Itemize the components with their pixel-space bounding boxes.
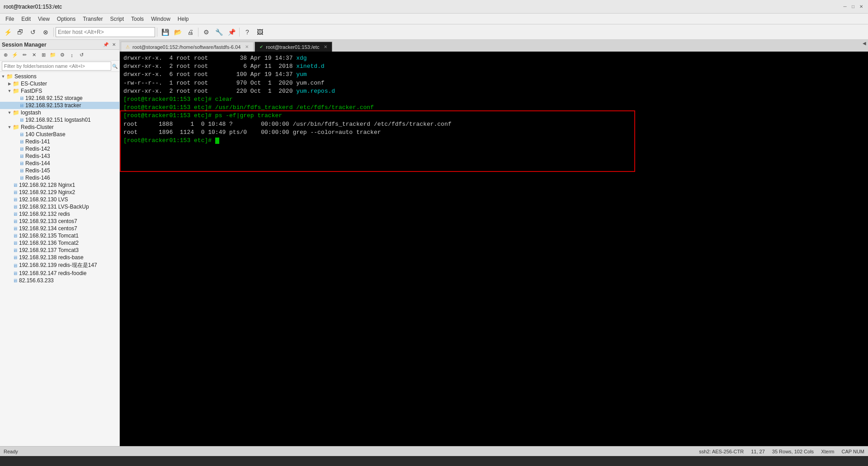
sidebar-settings-btn[interactable]: ⚙ bbox=[58, 51, 67, 60]
tree-item-redis144[interactable]: 🖥Redis-144 bbox=[0, 160, 119, 167]
sidebar-edit-btn[interactable]: ✏ bbox=[20, 51, 29, 60]
tree-label-ip233: 82.156.63.233 bbox=[19, 277, 54, 284]
tree-item-tomcat1[interactable]: 🖥192.168.92.135 Tomcat1 bbox=[0, 232, 119, 239]
tree-item-sessions[interactable]: ▼📁Sessions bbox=[0, 73, 119, 80]
sidebar-delete-btn[interactable]: ✕ bbox=[29, 51, 38, 60]
tree-item-redis142[interactable]: 🖥Redis-142 bbox=[0, 145, 119, 152]
tree-item-redis139[interactable]: 🖥192.168.92.139 redis-现在是147 bbox=[0, 261, 119, 270]
filter-input[interactable] bbox=[2, 62, 111, 71]
tree-item-tomcat2[interactable]: 🖥192.168.92.136 Tomcat2 bbox=[0, 239, 119, 247]
tree-item-redis[interactable]: 🖥192.168.92.132 redis bbox=[0, 210, 119, 218]
tree-icon-server: 🖥 bbox=[13, 204, 18, 209]
tab-label-tab2: root@tracker01:153:/etc bbox=[266, 44, 319, 50]
tab-label-tab1: root@storage01:152:/home/software/fastdf… bbox=[132, 44, 241, 50]
toolbar-btn-5[interactable]: 🖨 bbox=[184, 26, 196, 38]
tree-item-clusterbase[interactable]: 🖥140 ClusterBase bbox=[0, 131, 119, 138]
tree-item-redis143[interactable]: 🖥Redis-143 bbox=[0, 152, 119, 160]
statusbar-left: Ready bbox=[4, 449, 18, 454]
tree-item-tomcat3[interactable]: 🖥192.168.92.137 Tomcat3 bbox=[0, 247, 119, 254]
tree-item-redisfoodie[interactable]: 🖥192.168.92.147 redis-foodie bbox=[0, 270, 119, 277]
pin-button[interactable]: 📌 bbox=[226, 26, 237, 38]
tree-item-lvs[interactable]: 🖥192.168.92.130 LVS bbox=[0, 196, 119, 203]
sidebar-refresh-btn[interactable]: ↺ bbox=[77, 51, 86, 60]
toolbar-separator-3 bbox=[198, 28, 198, 37]
tree-item-lvsbackup[interactable]: 🖥192.168.92.131 LVS-BackUp bbox=[0, 203, 119, 210]
tab-tab2[interactable]: ✔root@tracker01:153:/etc✕ bbox=[255, 42, 332, 52]
tabs-scroll-right[interactable]: ◀ bbox=[863, 41, 866, 46]
tab-close-tab2[interactable]: ✕ bbox=[324, 44, 327, 49]
sidebar-folder-btn[interactable]: 📁 bbox=[48, 51, 57, 60]
terminal[interactable]: drwxr-xr-x. 4 root root 38 Apr 19 14:37 … bbox=[120, 52, 868, 446]
tree-expander[interactable]: ▼ bbox=[6, 110, 13, 115]
tree-expander[interactable]: ▼ bbox=[0, 74, 6, 79]
status-text: Ready bbox=[4, 449, 18, 454]
tree-expander[interactable]: ▶ bbox=[6, 81, 13, 86]
host-input[interactable] bbox=[56, 27, 155, 37]
terminal-line-8: root 1888 1 0 10:48 ? 00:00:00 /usr/bin/… bbox=[123, 120, 864, 128]
tree-item-centos133[interactable]: 🖥192.168.92.133 centos7 bbox=[0, 218, 119, 225]
tree-icon-folder: 📁 bbox=[13, 81, 19, 87]
tree-icon-server: 🖥 bbox=[13, 263, 18, 268]
tree-icon-server: 🖥 bbox=[13, 226, 18, 231]
tree-expander[interactable]: ▼ bbox=[6, 89, 13, 93]
minimize-button[interactable]: ─ bbox=[842, 4, 848, 10]
terminal-dimensions: 35 Rows, 102 Cols bbox=[772, 449, 814, 454]
tree-icon-server: 🖥 bbox=[13, 182, 18, 188]
terminal-line-3: -rw-r--r--. 1 root root 970 Oct 1 2020 y… bbox=[123, 79, 864, 87]
tree-item-storage[interactable]: 🖥192.168.92.152 storage bbox=[0, 95, 119, 102]
tree-label-storage: 192.168.92.152 storage bbox=[25, 95, 83, 101]
sidebar-copy-btn[interactable]: ⊞ bbox=[39, 51, 48, 60]
tree-item-tracker[interactable]: 🖥192.168.92.153 tracker bbox=[0, 102, 119, 109]
terminal-cursor bbox=[215, 138, 219, 144]
about-button[interactable]: 🖼 bbox=[254, 26, 266, 38]
tree-item-logstash[interactable]: ▼📁logstash bbox=[0, 109, 119, 116]
menu-transfer[interactable]: Transfer bbox=[79, 15, 106, 23]
tree-item-redisbase[interactable]: 🖥192.168.92.138 redis-base bbox=[0, 254, 119, 261]
tab-tab1[interactable]: ⚠root@storage01:152:/home/software/fastd… bbox=[121, 42, 254, 52]
tree-item-logstash01[interactable]: 🖥192.168.92.151 logstash01 bbox=[0, 116, 119, 124]
menu-view[interactable]: View bbox=[34, 15, 53, 23]
tree-item-ip233[interactable]: 🖥82.156.63.233 bbox=[0, 277, 119, 284]
menu-tools[interactable]: Tools bbox=[127, 15, 147, 23]
toolbar-btn-3[interactable]: 💾 bbox=[159, 26, 171, 38]
menu-script[interactable]: Script bbox=[106, 15, 127, 23]
new-session-button[interactable]: ⚡ bbox=[2, 26, 14, 38]
sidebar-connect-btn[interactable]: ⚡ bbox=[10, 51, 19, 60]
tree-item-centos134[interactable]: 🖥192.168.92.134 centos7 bbox=[0, 225, 119, 232]
menu-file[interactable]: File bbox=[2, 15, 18, 23]
toolbar-btn-4[interactable]: 📂 bbox=[172, 26, 184, 38]
reconnect-button[interactable]: ↺ bbox=[27, 26, 39, 38]
tab-close-tab1[interactable]: ✕ bbox=[245, 44, 249, 49]
terminal-line-6: [root@tracker01:153 etc]# /usr/bin/fdfs_… bbox=[123, 104, 864, 112]
sidebar-sort-btn[interactable]: ↕ bbox=[67, 51, 76, 60]
tree-item-redis146[interactable]: 🖥Redis-146 bbox=[0, 174, 119, 181]
tree-item-fastdfs[interactable]: ▼📁FastDFS bbox=[0, 87, 119, 95]
sidebar-close-icon[interactable]: ✕ bbox=[110, 41, 118, 48]
maximize-button[interactable]: □ bbox=[850, 4, 856, 10]
menu-window[interactable]: Window bbox=[147, 15, 174, 23]
menu-help[interactable]: Help bbox=[174, 15, 193, 23]
close-button[interactable]: ✕ bbox=[858, 4, 864, 10]
filter-search-icon[interactable]: 🔍 bbox=[112, 64, 118, 69]
tree-label-lvs: 192.168.92.130 LVS bbox=[19, 196, 68, 203]
tree-item-redis141[interactable]: 🖥Redis-141 bbox=[0, 138, 119, 145]
tree-item-es-cluster[interactable]: ▶📁ES-Cluster bbox=[0, 80, 119, 87]
disconnect-button[interactable]: ⊗ bbox=[40, 26, 52, 38]
settings-button[interactable]: ⚙ bbox=[200, 26, 212, 38]
tree-item-redis-cluster[interactable]: ▼📁Redis-Cluster bbox=[0, 124, 119, 131]
sidebar-pin-icon[interactable]: 📌 bbox=[102, 41, 109, 48]
tree-icon-server: 🖥 bbox=[13, 240, 18, 246]
menu-options[interactable]: Options bbox=[53, 15, 79, 23]
tree-item-nginx1[interactable]: 🖥192.168.92.128 Nginx1 bbox=[0, 181, 119, 189]
tab-status-icon-tab2: ✔ bbox=[259, 44, 263, 49]
help-button[interactable]: ? bbox=[241, 26, 253, 38]
tree-expander[interactable]: ▼ bbox=[6, 125, 13, 129]
duplicate-button[interactable]: 🗗 bbox=[14, 26, 26, 38]
tools-button[interactable]: 🔧 bbox=[213, 26, 225, 38]
sidebar-new-btn[interactable]: ⊕ bbox=[1, 51, 10, 60]
tree-item-nginx2[interactable]: 🖥192.168.92.129 Nginx2 bbox=[0, 189, 119, 196]
tree-item-redis145[interactable]: 🖥Redis-145 bbox=[0, 167, 119, 174]
tree-icon-server: 🖥 bbox=[13, 233, 18, 238]
menu-edit[interactable]: Edit bbox=[18, 15, 34, 23]
tree-icon-server: 🖥 bbox=[13, 247, 18, 253]
